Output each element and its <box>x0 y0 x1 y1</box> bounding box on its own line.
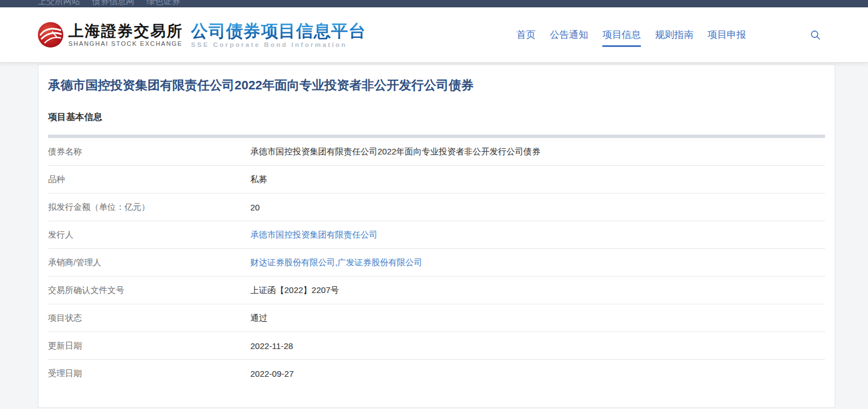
top-utility-links: 上交所网站 债券信息网 绿色证券 <box>38 0 868 7</box>
info-row-confirmation-doc-number: 交易所确认文件文号 上证函【2022】2207号 <box>48 277 825 304</box>
brand-text: 上海證券交易所 SHANGHAI STOCK EXCHANGE <box>68 23 183 47</box>
search-button[interactable] <box>810 29 821 41</box>
info-value: 承德市国控投资集团有限责任公司2022年面向专业投资者非公开发行公司债券 <box>250 147 540 157</box>
info-value: 私募 <box>250 174 267 185</box>
nav-item-announcements[interactable]: 公告通知 <box>550 27 588 42</box>
top-utility-bar: 上交所网站 债券信息网 绿色证券 <box>0 0 868 7</box>
underwriter-link[interactable]: 财达证券股份有限公司,广发证券股份有限公司 <box>250 257 422 268</box>
platform-title-cn: 公司债券项目信息平台 <box>191 22 366 40</box>
brand-name-cn: 上海證券交易所 <box>68 23 183 40</box>
info-value: 上证函【2022】2207号 <box>250 285 339 296</box>
info-row-acceptance-date: 受理日期 2022-09-27 <box>48 360 825 388</box>
issuer-link[interactable]: 承德市国控投资集团有限责任公司 <box>250 230 377 240</box>
info-row-variety: 品种 私募 <box>48 166 825 193</box>
info-row-project-status: 项目状态 通过 <box>48 304 825 332</box>
info-label: 承销商/管理人 <box>48 257 250 268</box>
topbar-link-bond-info[interactable]: 债券信息网 <box>92 0 134 7</box>
info-row-planned-amount: 拟发行金额（单位：亿元） 20 <box>48 193 825 221</box>
site-header: 上海證券交易所 SHANGHAI STOCK EXCHANGE 公司债券项目信息… <box>0 7 868 63</box>
info-value: 2022-11-28 <box>250 341 293 351</box>
nav-item-project-info[interactable]: 项目信息 <box>602 27 641 42</box>
section-title-basic-info: 项目基本信息 <box>48 111 825 123</box>
info-value: 20 <box>250 203 260 212</box>
main-nav: 首页 公告通知 项目信息 规则指南 项目申报 <box>517 27 821 42</box>
info-label: 更新日期 <box>48 341 250 351</box>
info-row-bond-name: 债券名称 承德市国控投资集团有限责任公司2022年面向专业投资者非公开发行公司债… <box>48 138 825 166</box>
info-label: 债券名称 <box>48 147 250 157</box>
status-value: 通过 <box>250 313 267 324</box>
info-label: 项目状态 <box>48 313 250 324</box>
info-label: 品种 <box>48 174 250 185</box>
info-label: 发行人 <box>48 230 250 240</box>
topbar-link-green-securities[interactable]: 绿色证券 <box>146 0 180 7</box>
sse-logo-icon <box>38 22 63 48</box>
nav-item-rules-guide[interactable]: 规则指南 <box>655 27 693 42</box>
info-label: 受理日期 <box>48 368 250 379</box>
search-icon <box>810 30 821 40</box>
info-row-underwriter: 承销商/管理人 财达证券股份有限公司,广发证券股份有限公司 <box>48 249 825 277</box>
nav-item-project-declaration[interactable]: 项目申报 <box>708 27 746 42</box>
project-detail-card: 承德市国控投资集团有限责任公司2022年面向专业投资者非公开发行公司债券 项目基… <box>38 64 835 408</box>
page-body: 承德市国控投资集团有限责任公司2022年面向专业投资者非公开发行公司债券 项目基… <box>0 63 868 408</box>
page-title: 承德市国控投资集团有限责任公司2022年面向专业投资者非公开发行公司债券 <box>48 64 825 94</box>
platform-title-block: 公司债券项目信息平台 SSE Corporate Bond Informatio… <box>191 22 366 48</box>
info-row-update-date: 更新日期 2022-11-28 <box>48 332 825 360</box>
info-label: 交易所确认文件文号 <box>48 285 250 296</box>
topbar-link-sse-site[interactable]: 上交所网站 <box>38 0 80 7</box>
brand-block[interactable]: 上海證券交易所 SHANGHAI STOCK EXCHANGE <box>38 22 183 48</box>
info-row-issuer: 发行人 承德市国控投资集团有限责任公司 <box>48 221 825 249</box>
info-table: 债券名称 承德市国控投资集团有限责任公司2022年面向专业投资者非公开发行公司债… <box>48 138 825 388</box>
nav-item-home[interactable]: 首页 <box>517 27 536 42</box>
info-value: 2022-09-27 <box>250 369 294 378</box>
platform-title-en: SSE Corporate Bond Information <box>191 41 366 48</box>
info-label: 拟发行金额（单位：亿元） <box>48 202 250 213</box>
brand-name-en: SHANGHAI STOCK EXCHANGE <box>68 40 183 47</box>
